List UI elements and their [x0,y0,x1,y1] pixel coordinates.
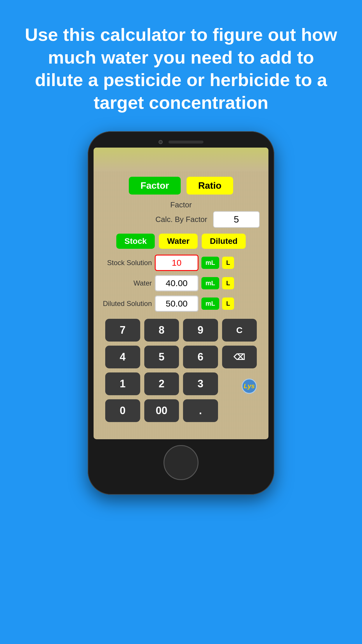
stock-solution-row: Stock Solution 10 mL L [102,255,260,271]
numpad-2[interactable]: 2 [144,372,179,395]
numpad-1[interactable]: 1 [105,372,140,395]
numpad-5[interactable]: 5 [144,346,179,368]
diluted-solution-row: Diluted Solution 50.00 mL L [102,295,260,312]
water-row: Water 40.00 mL L [102,275,260,291]
water-type-button[interactable]: Water [159,234,198,249]
numpad-6[interactable]: 6 [183,346,218,368]
numpad: 7 8 9 C 4 5 6 ⌫ 1 2 3 Lys [102,319,260,395]
logo-area: Lys [222,372,257,395]
stock-l-button[interactable]: L [222,257,234,269]
factor-mode-button[interactable]: Factor [129,177,181,195]
app-logo: Lys [242,379,257,394]
numpad-8[interactable]: 8 [144,319,179,342]
phone-camera [159,140,163,144]
stock-ml-button[interactable]: mL [201,257,219,269]
header-description: Use this calculator to figure out how mu… [0,0,362,131]
numpad-3[interactable]: 3 [183,372,218,395]
calc-by-factor-label: Calc. By Factor [102,215,207,224]
water-ml-button[interactable]: mL [201,277,219,289]
diluted-solution-label: Diluted Solution [102,300,152,308]
phone-home-button[interactable] [164,445,198,480]
numpad-last-row: 0 00 . [102,399,260,422]
numpad-9[interactable]: 9 [183,319,218,342]
diluted-solution-input[interactable]: 50.00 [155,295,198,312]
ratio-mode-button[interactable]: Ratio [187,177,233,195]
diluted-l-button[interactable]: L [222,298,234,310]
phone-mockup: Factor Ratio Factor Calc. By Factor 5 St… [88,131,274,495]
numpad-placeholder [222,399,257,422]
screen-gradient [94,148,268,171]
water-input[interactable]: 40.00 [155,275,198,291]
water-label: Water [102,279,152,287]
water-l-button[interactable]: L [222,277,234,289]
numpad-clear[interactable]: C [222,319,257,342]
phone-top-bar [94,140,268,144]
stock-solution-label: Stock Solution [102,259,152,267]
type-buttons-row: Stock Water Diluted [102,234,260,249]
diluted-type-button[interactable]: Diluted [202,234,246,249]
calc-by-factor-input[interactable]: 5 [213,211,260,228]
numpad-4[interactable]: 4 [105,346,140,368]
calc-by-factor-row: Calc. By Factor 5 [102,211,260,228]
mode-buttons-row: Factor Ratio [102,177,260,195]
factor-label: Factor [102,200,260,209]
numpad-00[interactable]: 00 [144,399,179,422]
stock-type-button[interactable]: Stock [116,234,155,249]
numpad-backspace[interactable]: ⌫ [222,346,257,368]
numpad-0[interactable]: 0 [105,399,140,422]
numpad-decimal[interactable]: . [183,399,218,422]
diluted-ml-button[interactable]: mL [201,298,219,310]
phone-screen: Factor Ratio Factor Calc. By Factor 5 St… [94,148,268,439]
phone-speaker [168,141,203,144]
stock-solution-input[interactable]: 10 [155,255,198,271]
screen-content: Factor Ratio Factor Calc. By Factor 5 St… [94,171,268,431]
numpad-7[interactable]: 7 [105,319,140,342]
